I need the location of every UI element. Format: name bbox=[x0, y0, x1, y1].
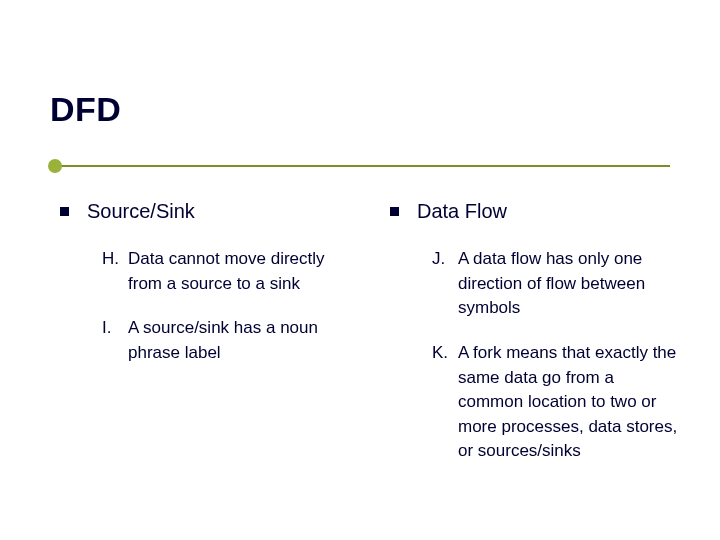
item-marker: J. bbox=[432, 247, 458, 321]
item-text: A fork means that exactly the same data … bbox=[458, 341, 680, 464]
list-item: K. A fork means that exactly the same da… bbox=[432, 341, 680, 464]
item-list: H. Data cannot move directly from a sour… bbox=[60, 247, 360, 366]
column-heading: Data Flow bbox=[417, 200, 507, 223]
item-text: A data flow has only one direction of fl… bbox=[458, 247, 680, 321]
item-marker: H. bbox=[102, 247, 128, 296]
column-data-flow: Data Flow J. A data flow has only one di… bbox=[390, 200, 680, 484]
divider-rule bbox=[50, 165, 670, 167]
item-list: J. A data flow has only one direction of… bbox=[390, 247, 680, 464]
square-bullet-icon bbox=[390, 207, 399, 216]
item-marker: K. bbox=[432, 341, 458, 464]
item-text: A source/sink has a noun phrase label bbox=[128, 316, 360, 365]
list-item: I. A source/sink has a noun phrase label bbox=[102, 316, 360, 365]
column-heading-row: Data Flow bbox=[390, 200, 680, 223]
item-text: Data cannot move directly from a source … bbox=[128, 247, 360, 296]
square-bullet-icon bbox=[60, 207, 69, 216]
slide-title: DFD bbox=[50, 90, 121, 129]
list-item: H. Data cannot move directly from a sour… bbox=[102, 247, 360, 296]
content-area: Source/Sink H. Data cannot move directly… bbox=[60, 200, 680, 484]
item-marker: I. bbox=[102, 316, 128, 365]
column-source-sink: Source/Sink H. Data cannot move directly… bbox=[60, 200, 360, 484]
list-item: J. A data flow has only one direction of… bbox=[432, 247, 680, 321]
column-heading-row: Source/Sink bbox=[60, 200, 360, 223]
column-heading: Source/Sink bbox=[87, 200, 195, 223]
